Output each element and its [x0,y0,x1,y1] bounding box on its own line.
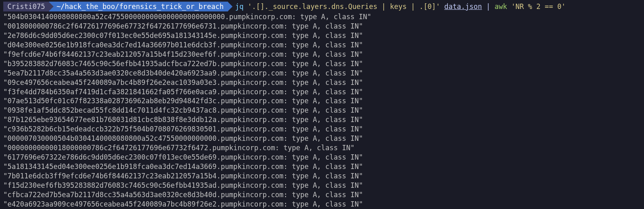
terminal-output[interactable]: "504b0304140008080800a52c475500000000000… [3,12,641,209]
output-line: "5a181343145ed04e300ee0256e1b918fca0ea3d… [3,162,641,171]
prompt-user: Cristi075 [7,2,45,11]
cmd-jq: jq [235,2,244,11]
output-line: "5ea7b2117d8cc35a4a563d3ae0320ce8d3b40de… [3,69,641,78]
output-line: "6177696e67322e786d6c9dd05d6ec2300c07f01… [3,153,641,162]
output-line: "07ae513d50fc01c67f82338a028736962ab8eb2… [3,96,641,106]
prompt-line[interactable]: Cristi075 ~/hack_the_boo/forensics_trick… [3,2,641,11]
output-line: "2e786d6c9dd05d6ec2300c07f013ec0e55de695… [3,31,641,40]
output-line: "f9efcd6e74b6f84462137c23eab212057a15b4f… [3,50,641,59]
output-line: "7b011e6dcb3ff9efcd6e74b6f84462137c23eab… [3,171,641,181]
output-line: "f3fe4dd784b6350af7419d1cfa3821841662fa0… [3,87,641,97]
cmd-awk: awk [494,2,507,11]
output-line: "d04e300ee0256e1b918fca0ea3dc7ed14a36697… [3,40,641,50]
cmd-awk-arg: 'NR % 2 == 0' [511,2,566,11]
output-line: "09ce497656ceabea45f240089a7bc4b89f26e2e… [3,78,641,87]
output-line: "b395283882d76083c7465c90c56efbb41935adc… [3,59,641,69]
cmd-pipe: | [486,2,490,11]
output-line: "0938fe1af5ddc852becad55fc8dd14c7011d4fc… [3,106,641,115]
output-line: "f15d230eef6fb395283882d76083c7465c90c56… [3,181,641,190]
output-line: "504b0304140008080800a52c475500000000000… [3,12,641,22]
output-line: "c936b5282b6cb15edeadccb322b75f504b07080… [3,125,641,134]
prompt-user-segment: Cristi075 [3,2,49,11]
prompt-path: ~/hack_the_boo/forensics_trick_or_breach [56,2,224,11]
cmd-file: data.json [444,2,482,11]
output-line: "00000000000018000000786c2f64726177696e6… [3,143,641,153]
output-line: "87b1265ebe93654677ee81b768031d81cbc8b83… [3,115,641,125]
cmd-jq-arg: '.[]._source.layers.dns.Queries | keys |… [248,2,440,11]
prompt-path-segment: ~/hack_the_boo/forensics_trick_or_breach [49,2,228,11]
output-line: "cfbca722ed7b5ea7b2117d8cc35a4a563d3ae03… [3,190,641,200]
output-line: "000007030000504b0304140008080800a52c475… [3,134,641,143]
output-line: "e420a6923aa909ce497656ceabea45f240089a7… [3,200,641,209]
output-line: "0018000000786c2f64726177696e67732f64726… [3,22,641,31]
command: jq '.[]._source.layers.dns.Queries | key… [235,2,566,11]
